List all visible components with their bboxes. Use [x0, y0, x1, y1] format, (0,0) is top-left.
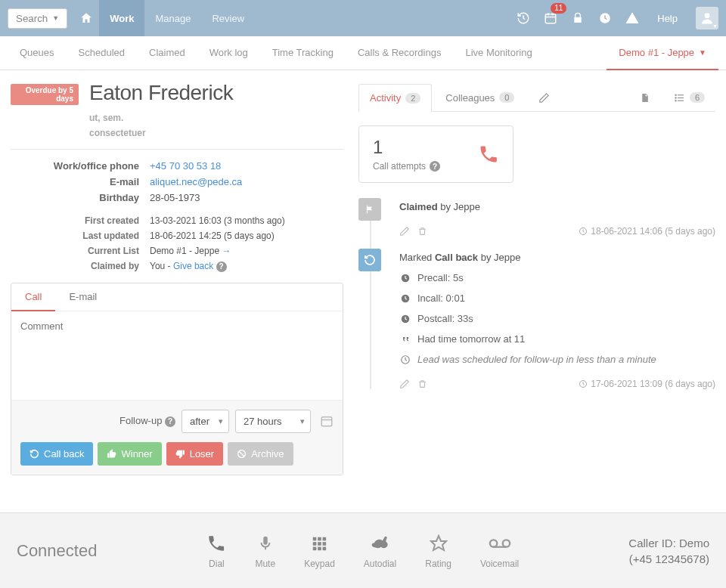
phone-label: Work/office phone — [11, 160, 139, 172]
overdue-badge: Overdue by 5 days — [11, 84, 79, 105]
caller-id: Caller ID: Demo (+45 12345678) — [628, 535, 709, 567]
give-back-link[interactable]: Give back — [173, 261, 213, 271]
email-link[interactable]: aliquet.nec@pede.ca — [150, 176, 242, 187]
keypad-button[interactable]: Keypad — [304, 533, 335, 569]
subnav-claimed[interactable]: Claimed — [137, 36, 197, 70]
nav-review[interactable]: Review — [201, 0, 255, 36]
search-dropdown[interactable]: Search ▼ — [8, 8, 67, 29]
svg-point-14 — [675, 97, 676, 97]
detail-text: Precall: 5s — [417, 272, 464, 283]
call-attempts-number: 1 — [373, 137, 440, 158]
subnav-live[interactable]: Live Monitoring — [453, 36, 544, 70]
winner-button[interactable]: Winner — [98, 442, 161, 466]
document-icon[interactable] — [629, 85, 660, 111]
svg-point-15 — [675, 100, 676, 101]
svg-rect-6 — [321, 417, 332, 426]
tab-activity[interactable]: Activity 2 — [358, 84, 432, 112]
current-list-label: Current List — [11, 246, 139, 256]
edit-icon[interactable] — [399, 226, 410, 237]
call-attempts-label: Call attempts — [373, 161, 426, 172]
voicemail-button[interactable]: Voicemail — [480, 533, 519, 569]
subnav-queues[interactable]: Queues — [8, 36, 67, 70]
rating-button[interactable]: Rating — [425, 533, 451, 569]
compose-box: Call E-mail Follow-up ? after 27 hours — [11, 283, 343, 475]
list-icon[interactable]: 6 — [663, 85, 715, 111]
loser-button[interactable]: Loser — [166, 442, 224, 466]
topbar: Search ▼ Work Manage Review 11 Help ▼ — [0, 0, 726, 36]
event-timestamp: 17-06-2021 13:09 (6 days ago) — [579, 379, 715, 389]
help-tooltip-icon[interactable]: ? — [430, 161, 440, 172]
calendar-picker-icon[interactable] — [320, 414, 334, 428]
lock-icon[interactable] — [565, 0, 591, 36]
first-created-value: 13-03-2021 16:03 (3 months ago) — [150, 215, 285, 226]
svg-rect-25 — [313, 542, 317, 546]
help-link[interactable]: Help — [647, 13, 688, 24]
help-tooltip-icon[interactable]: ? — [216, 262, 227, 272]
svg-rect-24 — [323, 537, 327, 540]
mute-button[interactable]: Mute — [255, 533, 275, 569]
edit-icon[interactable] — [528, 85, 560, 111]
svg-point-13 — [675, 94, 676, 95]
birthday-label: Birthday — [11, 192, 139, 203]
detail-text: Postcall: 33s — [417, 313, 473, 324]
trash-icon[interactable] — [417, 379, 427, 389]
svg-point-32 — [489, 540, 496, 546]
subnav-worklog[interactable]: Work log — [197, 36, 260, 70]
compose-tab-call[interactable]: Call — [11, 283, 55, 311]
current-list-value: Demo #1 - Jeppe — [150, 246, 219, 256]
calendar-icon[interactable]: 11 — [538, 0, 563, 36]
svg-line-9 — [239, 451, 244, 456]
keypad-icon — [311, 533, 327, 554]
activity-panel: Activity 2 Colleagues 0 6 1 — [358, 84, 715, 524]
dial-button[interactable]: Dial — [206, 533, 226, 569]
tab-colleagues[interactable]: Colleagues 0 — [435, 85, 525, 111]
edit-icon[interactable] — [399, 379, 410, 389]
clock-icon[interactable] — [592, 0, 618, 36]
nav-manage[interactable]: Manage — [144, 0, 201, 36]
trash-icon[interactable] — [417, 226, 427, 237]
phone-icon — [478, 144, 499, 165]
home-icon[interactable] — [73, 0, 99, 36]
last-updated-label: Last updated — [11, 231, 139, 241]
microphone-icon — [257, 533, 274, 554]
followup-label: Follow-up ? — [20, 415, 175, 427]
nav-work[interactable]: Work — [99, 0, 144, 36]
followup-duration-select[interactable]: 27 hours — [235, 410, 311, 433]
svg-rect-27 — [323, 542, 327, 546]
help-tooltip-icon[interactable]: ? — [165, 416, 175, 427]
flag-icon — [358, 198, 381, 221]
svg-rect-28 — [313, 546, 317, 550]
timeline-event: Marked Call back by Jeppe Precall: 5s In… — [389, 249, 715, 389]
detail-text: Incall: 0:01 — [417, 292, 465, 304]
callback-button[interactable]: Call back — [20, 442, 93, 466]
current-list-arrow-icon[interactable]: → — [222, 246, 231, 256]
main: Overdue by 5 days Eaton Frederick ut, se… — [0, 70, 726, 524]
warning-icon[interactable] — [619, 0, 645, 36]
phone-link[interactable]: +45 70 30 53 18 — [150, 160, 221, 172]
followup-mode-select[interactable]: after — [182, 410, 229, 433]
event-title: Claimed by Jeppe — [399, 201, 715, 212]
claimed-by-value: You - — [150, 261, 173, 271]
subnav-timetracking[interactable]: Time Tracking — [260, 36, 346, 70]
phone-icon — [206, 533, 226, 554]
svg-rect-23 — [318, 537, 322, 540]
search-label: Search — [16, 13, 48, 24]
user-menu[interactable]: ▼ — [696, 7, 718, 29]
nav-label: Manage — [155, 13, 191, 24]
clock-icon — [399, 314, 411, 324]
subnav: Queues Scheduled Claimed Work log Time T… — [0, 36, 726, 70]
archive-button[interactable]: Archive — [228, 442, 293, 466]
subnav-active-list[interactable]: Demo #1 - Jeppe ▼ — [607, 36, 718, 70]
claimed-by-label: Claimed by — [11, 261, 139, 272]
compose-tab-email[interactable]: E-mail — [55, 283, 110, 311]
nav-label: Work — [110, 13, 134, 24]
autodial-button[interactable]: Autodial — [364, 533, 396, 569]
history-icon[interactable] — [510, 0, 536, 36]
subnav-scheduled[interactable]: Scheduled — [67, 36, 137, 70]
activity-count: 2 — [405, 93, 420, 104]
comment-textarea[interactable] — [20, 320, 334, 388]
timeline-event: Claimed by Jeppe 18-06-2021 14:06 (5 day… — [389, 198, 715, 237]
call-attempts-card: 1 Call attempts ? — [358, 125, 513, 183]
subnav-calls[interactable]: Calls & Recordings — [346, 36, 454, 70]
clock-outline-icon — [399, 354, 411, 365]
